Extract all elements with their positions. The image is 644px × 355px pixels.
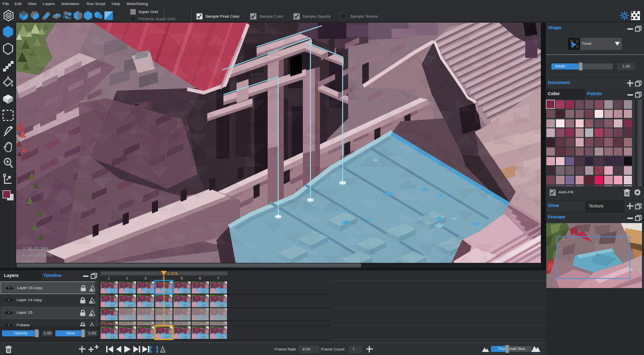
svg-text:X: 56 (32.399): X: 56 (32.399) (23, 246, 48, 251)
svg-text:1: 1 (108, 276, 110, 280)
svg-text:0.375: 0.375 (168, 271, 178, 276)
svg-text:7: 7 (217, 276, 219, 280)
svg-text:2: 2 (126, 276, 128, 280)
svg-text:Y: 231 (115.875): Y: 231 (115.875) (23, 253, 52, 257)
svg-text:6: 6 (199, 276, 201, 280)
svg-text:5: 5 (181, 276, 183, 280)
svg-text:3: 3 (144, 276, 147, 280)
